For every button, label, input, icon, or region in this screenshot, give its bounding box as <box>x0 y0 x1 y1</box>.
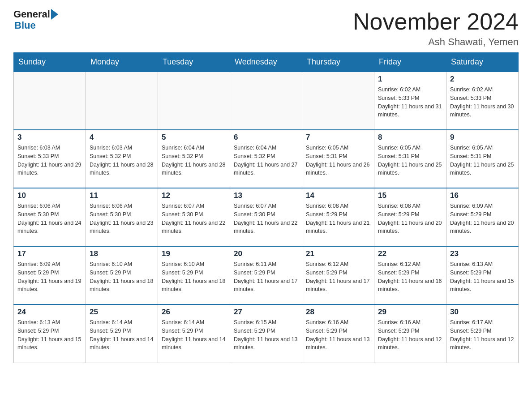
day-number: 16 <box>450 191 515 200</box>
calendar-cell: 6Sunrise: 6:04 AMSunset: 5:32 PMDaylight… <box>230 130 302 188</box>
day-number: 1 <box>378 75 442 84</box>
day-number: 22 <box>378 249 442 258</box>
sun-info: Sunrise: 6:14 AMSunset: 5:29 PMDaylight:… <box>162 318 226 352</box>
sun-info: Sunrise: 6:03 AMSunset: 5:33 PMDaylight:… <box>17 144 82 177</box>
calendar-cell: 20Sunrise: 6:11 AMSunset: 5:29 PMDayligh… <box>230 246 302 304</box>
sun-info: Sunrise: 6:13 AMSunset: 5:29 PMDaylight:… <box>450 260 515 294</box>
weekday-header-saturday: Saturday <box>446 53 519 72</box>
title-block: November 2024 Ash Shawati, Yemen <box>353 9 519 48</box>
day-number: 2 <box>450 75 515 84</box>
sun-info: Sunrise: 6:16 AMSunset: 5:29 PMDaylight:… <box>306 318 370 352</box>
sun-info: Sunrise: 6:03 AMSunset: 5:32 PMDaylight:… <box>90 144 154 177</box>
day-number: 9 <box>450 133 515 142</box>
day-number: 11 <box>90 191 154 200</box>
sun-info: Sunrise: 6:05 AMSunset: 5:31 PMDaylight:… <box>450 144 515 177</box>
calendar-cell: 9Sunrise: 6:05 AMSunset: 5:31 PMDaylight… <box>446 130 519 188</box>
calendar-cell: 2Sunrise: 6:02 AMSunset: 5:33 PMDaylight… <box>446 72 519 130</box>
calendar-cell: 1Sunrise: 6:02 AMSunset: 5:33 PMDaylight… <box>374 72 446 130</box>
calendar-cell: 18Sunrise: 6:10 AMSunset: 5:29 PMDayligh… <box>86 246 158 304</box>
calendar-cell: 27Sunrise: 6:15 AMSunset: 5:29 PMDayligh… <box>230 304 302 363</box>
sun-info: Sunrise: 6:06 AMSunset: 5:30 PMDaylight:… <box>17 202 82 235</box>
day-number: 10 <box>17 191 82 200</box>
calendar-cell <box>14 72 86 130</box>
day-number: 15 <box>378 191 442 200</box>
day-number: 14 <box>306 191 370 200</box>
calendar-cell: 21Sunrise: 6:12 AMSunset: 5:29 PMDayligh… <box>302 246 374 304</box>
sun-info: Sunrise: 6:13 AMSunset: 5:29 PMDaylight:… <box>17 318 82 352</box>
day-number: 28 <box>306 308 370 317</box>
calendar-cell: 30Sunrise: 6:17 AMSunset: 5:29 PMDayligh… <box>446 304 519 363</box>
week-row-1: 1Sunrise: 6:02 AMSunset: 5:33 PMDaylight… <box>14 72 519 130</box>
sun-info: Sunrise: 6:04 AMSunset: 5:32 PMDaylight:… <box>162 144 226 177</box>
sun-info: Sunrise: 6:10 AMSunset: 5:29 PMDaylight:… <box>162 260 226 294</box>
day-number: 5 <box>162 133 226 142</box>
day-number: 8 <box>378 133 442 142</box>
day-number: 7 <box>306 133 370 142</box>
weekday-header-sunday: Sunday <box>14 53 86 72</box>
location: Ash Shawati, Yemen <box>353 36 519 48</box>
calendar-cell: 29Sunrise: 6:16 AMSunset: 5:29 PMDayligh… <box>374 304 446 363</box>
week-row-2: 3Sunrise: 6:03 AMSunset: 5:33 PMDaylight… <box>14 130 519 188</box>
day-number: 26 <box>162 308 226 317</box>
calendar-cell <box>302 72 374 130</box>
day-number: 4 <box>90 133 154 142</box>
calendar-cell: 4Sunrise: 6:03 AMSunset: 5:32 PMDaylight… <box>86 130 158 188</box>
calendar-cell: 14Sunrise: 6:08 AMSunset: 5:29 PMDayligh… <box>302 188 374 246</box>
calendar-cell: 28Sunrise: 6:16 AMSunset: 5:29 PMDayligh… <box>302 304 374 363</box>
calendar-table: SundayMondayTuesdayWednesdayThursdayFrid… <box>13 52 519 363</box>
week-row-4: 17Sunrise: 6:09 AMSunset: 5:29 PMDayligh… <box>14 246 519 304</box>
day-number: 19 <box>162 249 226 258</box>
day-number: 20 <box>234 249 298 258</box>
sun-info: Sunrise: 6:14 AMSunset: 5:29 PMDaylight:… <box>90 318 154 352</box>
sun-info: Sunrise: 6:08 AMSunset: 5:29 PMDaylight:… <box>378 202 442 235</box>
weekday-header-thursday: Thursday <box>302 53 374 72</box>
calendar-cell: 26Sunrise: 6:14 AMSunset: 5:29 PMDayligh… <box>158 304 230 363</box>
calendar-cell: 15Sunrise: 6:08 AMSunset: 5:29 PMDayligh… <box>374 188 446 246</box>
day-number: 24 <box>17 308 82 317</box>
day-number: 23 <box>450 249 515 258</box>
sun-info: Sunrise: 6:09 AMSunset: 5:29 PMDaylight:… <box>17 260 82 294</box>
day-number: 21 <box>306 249 370 258</box>
sun-info: Sunrise: 6:04 AMSunset: 5:32 PMDaylight:… <box>234 144 298 177</box>
calendar-cell <box>86 72 158 130</box>
calendar-cell: 22Sunrise: 6:12 AMSunset: 5:29 PMDayligh… <box>374 246 446 304</box>
sun-info: Sunrise: 6:17 AMSunset: 5:29 PMDaylight:… <box>450 318 515 352</box>
sun-info: Sunrise: 6:12 AMSunset: 5:29 PMDaylight:… <box>306 260 370 294</box>
day-number: 18 <box>90 249 154 258</box>
calendar-cell: 19Sunrise: 6:10 AMSunset: 5:29 PMDayligh… <box>158 246 230 304</box>
calendar-cell: 3Sunrise: 6:03 AMSunset: 5:33 PMDaylight… <box>14 130 86 188</box>
sun-info: Sunrise: 6:06 AMSunset: 5:30 PMDaylight:… <box>90 202 154 235</box>
calendar-cell: 25Sunrise: 6:14 AMSunset: 5:29 PMDayligh… <box>86 304 158 363</box>
logo-arrow-icon <box>51 9 58 20</box>
logo: General Blue <box>13 9 59 31</box>
logo-general: General <box>13 9 50 19</box>
calendar-cell: 23Sunrise: 6:13 AMSunset: 5:29 PMDayligh… <box>446 246 519 304</box>
calendar-cell: 7Sunrise: 6:05 AMSunset: 5:31 PMDaylight… <box>302 130 374 188</box>
sun-info: Sunrise: 6:05 AMSunset: 5:31 PMDaylight:… <box>306 144 370 177</box>
calendar-cell: 17Sunrise: 6:09 AMSunset: 5:29 PMDayligh… <box>14 246 86 304</box>
day-number: 27 <box>234 308 298 317</box>
sun-info: Sunrise: 6:02 AMSunset: 5:33 PMDaylight:… <box>378 86 442 119</box>
logo-blue: Blue <box>14 20 36 31</box>
day-number: 13 <box>234 191 298 200</box>
sun-info: Sunrise: 6:12 AMSunset: 5:29 PMDaylight:… <box>378 260 442 294</box>
day-number: 25 <box>90 308 154 317</box>
sun-info: Sunrise: 6:11 AMSunset: 5:29 PMDaylight:… <box>234 260 298 294</box>
calendar-cell <box>230 72 302 130</box>
sun-info: Sunrise: 6:08 AMSunset: 5:29 PMDaylight:… <box>306 202 370 235</box>
weekday-header-friday: Friday <box>374 53 446 72</box>
calendar-cell: 24Sunrise: 6:13 AMSunset: 5:29 PMDayligh… <box>14 304 86 363</box>
calendar-cell: 13Sunrise: 6:07 AMSunset: 5:30 PMDayligh… <box>230 188 302 246</box>
week-row-3: 10Sunrise: 6:06 AMSunset: 5:30 PMDayligh… <box>14 188 519 246</box>
calendar-header-row: SundayMondayTuesdayWednesdayThursdayFrid… <box>14 53 519 72</box>
weekday-header-wednesday: Wednesday <box>230 53 302 72</box>
day-number: 29 <box>378 308 442 317</box>
calendar-cell: 16Sunrise: 6:09 AMSunset: 5:29 PMDayligh… <box>446 188 519 246</box>
day-number: 17 <box>17 249 82 258</box>
day-number: 12 <box>162 191 226 200</box>
sun-info: Sunrise: 6:10 AMSunset: 5:29 PMDaylight:… <box>90 260 154 294</box>
calendar-cell <box>158 72 230 130</box>
day-number: 6 <box>234 133 298 142</box>
day-number: 30 <box>450 308 515 317</box>
sun-info: Sunrise: 6:05 AMSunset: 5:31 PMDaylight:… <box>378 144 442 177</box>
